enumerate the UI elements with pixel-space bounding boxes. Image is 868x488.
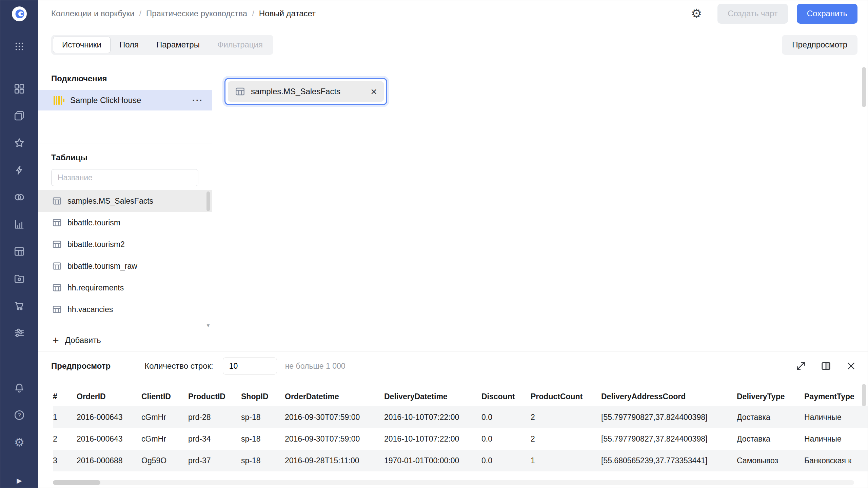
table-icon xyxy=(52,218,62,228)
add-table-button[interactable]: + Добавить xyxy=(38,329,212,351)
save-button[interactable]: Сохранить xyxy=(797,4,857,24)
table-list-item[interactable]: bibattle.tourism2 xyxy=(38,233,212,255)
dataset-canvas: samples.MS_SalesFacts × xyxy=(212,63,868,351)
scroll-down-icon[interactable]: ▾ xyxy=(206,323,210,328)
table-name: bibattle.tourism xyxy=(67,218,120,227)
add-table-label: Добавить xyxy=(65,336,101,345)
connections-bolt-icon[interactable] xyxy=(13,164,25,176)
cell: prd-28 xyxy=(188,406,241,428)
remove-source-icon[interactable]: × xyxy=(371,86,377,97)
expand-icon[interactable] xyxy=(794,360,807,372)
charts-icon[interactable] xyxy=(13,218,25,230)
datalens-logo[interactable] xyxy=(11,6,27,22)
table-service-icon[interactable] xyxy=(13,245,25,258)
table-list-item[interactable]: hh.requirements xyxy=(38,277,212,299)
tab-sources[interactable]: Источники xyxy=(53,37,111,53)
notifications-bell-icon[interactable] xyxy=(13,382,25,394)
preview-toggle-button[interactable]: Предпросмотр xyxy=(782,35,857,55)
column-header: OrderID xyxy=(77,387,141,406)
selected-source-name: samples.MS_SalesFacts xyxy=(251,87,340,96)
cell: sp-18 xyxy=(241,406,285,428)
sidebar: ? ⚙ ▶ xyxy=(0,0,38,488)
tab-filtering[interactable]: Фильтрация xyxy=(209,37,272,53)
cell: cGmHr xyxy=(141,428,188,450)
cell: 0.0 xyxy=(481,406,531,428)
table-list-item[interactable]: samples.MS_SalesFacts xyxy=(38,190,212,212)
canvas-scrollbar[interactable] xyxy=(862,67,866,107)
table-icon xyxy=(52,261,62,271)
cell: 2016-09-28T15:11:00 xyxy=(285,450,384,471)
table-name: hh.vacancies xyxy=(67,305,113,314)
scrollbar-thumb[interactable] xyxy=(53,480,100,485)
row-count-input[interactable] xyxy=(223,358,277,374)
cell: cGmHr xyxy=(141,406,188,428)
settings-sliders-icon[interactable] xyxy=(13,327,25,339)
create-chart-button[interactable]: Создать чарт xyxy=(717,4,788,24)
split-view-icon[interactable] xyxy=(820,360,832,372)
breadcrumb-item[interactable]: Новый датасет xyxy=(259,9,316,18)
tab-bar: ИсточникиПоляПараметрыФильтрация xyxy=(51,35,273,55)
settings-gear-icon[interactable]: ⚙ xyxy=(13,436,25,448)
table-name: bibattle.tourism_raw xyxy=(67,262,137,271)
ellipsis-menu-icon[interactable]: ··· xyxy=(192,95,203,106)
cell: [55.680565239,37.773353441] xyxy=(601,450,737,471)
table-row: 32016-000688Og59Oprd-37sp-182016-09-28T1… xyxy=(53,450,868,471)
sources-panel: Подключения Sample ClickHouse··· Таблицы… xyxy=(38,63,212,351)
cell: 1 xyxy=(53,406,77,428)
cell: 2 xyxy=(531,406,601,428)
connections-list: Sample ClickHouse··· xyxy=(38,90,212,110)
cell: prd-34 xyxy=(188,428,241,450)
breadcrumb-item[interactable]: Практические руководства xyxy=(146,9,247,18)
breadcrumb-item[interactable]: Коллекции и воркбуки xyxy=(51,9,134,18)
table-search-input[interactable] xyxy=(51,169,198,186)
tables-list-scrollbar[interactable]: ▾ xyxy=(206,191,210,328)
close-icon[interactable] xyxy=(845,360,857,372)
datasets-circles-icon[interactable] xyxy=(13,191,25,203)
cell: 0.0 xyxy=(481,428,531,450)
breadcrumb: Коллекции и воркбуки/Практические руково… xyxy=(51,9,316,18)
connections-title: Подключения xyxy=(38,63,212,90)
preview-panel: Предпросмотр Количество строк: не больше… xyxy=(38,351,868,488)
preview-header: Предпросмотр Количество строк: не больше… xyxy=(38,351,868,381)
table-list-item[interactable]: hh.vacancies xyxy=(38,299,212,320)
column-header: ClientID xyxy=(141,387,188,406)
cell: 2 xyxy=(53,428,77,450)
preview-scrollbar[interactable] xyxy=(862,384,866,406)
cell: Og59O xyxy=(141,450,188,471)
gear-icon[interactable]: ⚙ xyxy=(691,7,702,20)
favorites-star-icon[interactable] xyxy=(13,137,25,149)
table-list-item[interactable]: bibattle.tourism xyxy=(38,212,212,233)
column-header: DeliveryDatetime xyxy=(384,387,481,406)
apps-grid-icon[interactable] xyxy=(13,40,25,53)
table-row: 22016-000643cGmHrprd-34sp-182016-09-30T0… xyxy=(53,428,868,450)
sidebar-nav xyxy=(13,83,25,339)
cell: [55.797790827,37.824400398] xyxy=(601,406,737,428)
storage-folder-icon[interactable] xyxy=(13,272,25,285)
expand-sidebar-icon: ▶ xyxy=(17,476,22,485)
scrollbar-thumb[interactable] xyxy=(206,191,210,211)
tab-fields[interactable]: Поля xyxy=(111,37,147,53)
table-name: samples.MS_SalesFacts xyxy=(67,197,153,206)
selected-source-chip[interactable]: samples.MS_SalesFacts × xyxy=(224,78,387,105)
top-bar: Коллекции и воркбуки/Практические руково… xyxy=(38,0,868,27)
tiles-icon[interactable] xyxy=(13,83,25,95)
column-header: # xyxy=(53,387,77,406)
expand-sidebar-button[interactable]: ▶ xyxy=(0,473,38,488)
table-header-row: #OrderIDClientIDProductIDShopIDOrderDate… xyxy=(53,387,868,406)
cell: [55.797790827,37.824400398] xyxy=(601,428,737,450)
table-icon xyxy=(52,304,62,314)
help-icon[interactable]: ? xyxy=(13,409,25,421)
cell: 2016-09-30T07:59:00 xyxy=(285,406,384,428)
preview-table-container: #OrderIDClientIDProductIDShopIDOrderDate… xyxy=(38,381,868,488)
table-list-item[interactable]: bibattle.tourism_raw xyxy=(38,255,212,277)
preview-table: #OrderIDClientIDProductIDShopIDOrderDate… xyxy=(53,387,868,471)
horizontal-scrollbar[interactable] xyxy=(53,480,854,485)
connection-item[interactable]: Sample ClickHouse··· xyxy=(38,90,212,110)
cell: 0.0 xyxy=(481,450,531,471)
column-header: DeliveryType xyxy=(737,387,804,406)
table-icon xyxy=(235,86,245,97)
collections-icon[interactable] xyxy=(13,110,25,122)
tab-parameters[interactable]: Параметры xyxy=(147,37,209,53)
marketplace-cart-icon[interactable] xyxy=(13,300,25,312)
tables-title: Таблицы xyxy=(38,143,212,168)
